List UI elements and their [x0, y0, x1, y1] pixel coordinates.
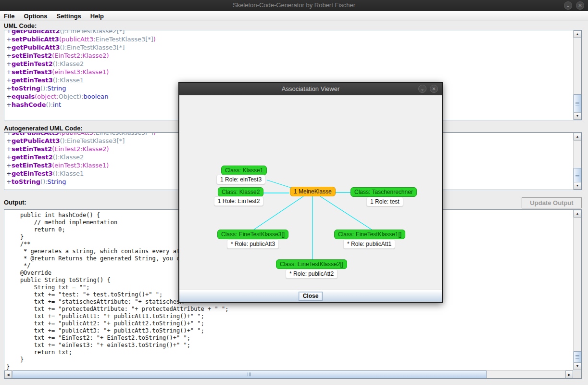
- main-class-node[interactable]: 1 MeineKlasse: [290, 187, 336, 196]
- class-node[interactable]: Class: EineTestKlasse3[]: [217, 230, 288, 239]
- code-token: toString: [12, 85, 40, 92]
- code-token: ):: [79, 93, 83, 100]
- code-token: +: [6, 36, 12, 43]
- code-token: (EinTest2:Klasse2): [52, 145, 109, 153]
- scroll-up-icon[interactable]: ▲: [574, 210, 581, 218]
- code-token: (EinTest2:Klasse2): [52, 52, 109, 59]
- auto-vertical-scrollbar[interactable]: ▲ ▼: [573, 133, 581, 190]
- code-token: getEinTest3: [12, 170, 53, 177]
- code-token: setEinTest2: [12, 145, 52, 153]
- menu-options[interactable]: Options: [24, 13, 52, 20]
- role-node[interactable]: * Role: publicAtt1: [343, 239, 395, 249]
- code-token: getEinTest2: [12, 60, 53, 67]
- code-token: +: [6, 85, 12, 92]
- class-node[interactable]: Class: Klasse1: [221, 166, 267, 175]
- output-vscroll-thumb[interactable]: [574, 351, 581, 363]
- code-token: +: [6, 52, 12, 59]
- code-token: hashCode: [12, 101, 46, 108]
- code-token: ():: [60, 137, 67, 144]
- uml-scroll-thumb[interactable]: [574, 94, 581, 114]
- role-node[interactable]: * Role: publicAtt2: [286, 269, 338, 279]
- code-line: +getEinTest2():Klasse2: [6, 60, 572, 68]
- code-token: EineTestKlasse3[*]: [67, 44, 125, 51]
- code-token: +: [6, 68, 12, 76]
- dialog-close-button[interactable]: ✕: [430, 85, 438, 93]
- code-token: +: [6, 30, 12, 35]
- output-code-line: txt += "einTest3: "+ einTest3.toString()…: [6, 342, 572, 349]
- code-line: +getPublicAtt2():EineTestKlasse2[*]: [6, 30, 572, 35]
- scroll-down-icon[interactable]: ▼: [574, 362, 581, 370]
- role-node[interactable]: 1 Role: test: [366, 197, 403, 206]
- scroll-down-icon[interactable]: ▼: [574, 182, 581, 190]
- code-token: +: [6, 145, 12, 153]
- uml-vertical-scrollbar[interactable]: ▲ ▼: [573, 30, 581, 120]
- code-token: ():: [53, 77, 60, 84]
- menu-settings[interactable]: Settings: [57, 13, 87, 20]
- code-token: +: [6, 77, 12, 84]
- window-close-button[interactable]: ✕: [576, 1, 584, 10]
- auto-scroll-thumb[interactable]: [574, 168, 581, 183]
- scroll-up-icon[interactable]: ▲: [574, 133, 581, 141]
- code-token: equals: [12, 93, 35, 100]
- code-token: setEinTest3: [12, 68, 52, 76]
- code-token: getPublicAtt2: [12, 30, 60, 35]
- code-token: (publicAtt3:: [59, 132, 96, 136]
- code-line: +getPublicAtt3():EineTestKlasse3[*]: [6, 43, 572, 51]
- code-token: +: [6, 93, 12, 100]
- output-code-line: }: [6, 363, 572, 370]
- code-token: setEinTest3: [12, 162, 52, 169]
- code-token: Klasse2: [60, 60, 84, 67]
- update-output-button[interactable]: Update Output: [522, 197, 582, 208]
- code-token: +: [6, 154, 12, 161]
- scroll-up-icon[interactable]: ▲: [574, 30, 581, 38]
- code-token: (object:: [35, 93, 59, 100]
- dialog-shade-button[interactable]: ⌄: [418, 85, 426, 93]
- window-shade-button[interactable]: ⌄: [564, 1, 572, 10]
- code-token: setPublicAtt3: [12, 36, 59, 43]
- window-titlebar: Skeleton-Code-Generator by Robert Fische…: [0, 0, 588, 11]
- output-horizontal-scrollbar[interactable]: ◀ ▶: [4, 370, 573, 378]
- uml-code-label: UML Code:: [4, 22, 37, 29]
- output-vertical-scrollbar[interactable]: ▲ ▼: [573, 210, 581, 370]
- class-node[interactable]: Class: Klasse2: [218, 187, 263, 197]
- menu-help[interactable]: Help: [90, 13, 109, 20]
- code-token: setEinTest2: [12, 52, 52, 59]
- class-node[interactable]: Class: Taschenrechner: [350, 187, 417, 197]
- code-token: getEinTest3: [12, 77, 53, 84]
- code-token: Klasse1: [60, 77, 84, 84]
- class-node[interactable]: Class: EineTestKlasse1[]: [334, 230, 405, 239]
- menu-file[interactable]: File: [4, 13, 20, 20]
- code-token: EineTestKlasse3[*]: [96, 36, 153, 43]
- dialog-button-strip: Close: [179, 290, 442, 302]
- output-code-line: }: [6, 356, 572, 363]
- close-button[interactable]: Close: [299, 292, 323, 301]
- code-token: String: [48, 178, 66, 185]
- output-label: Output:: [4, 199, 26, 206]
- dialog-titlebar[interactable]: Associatation Viewer ⌄ ✕: [179, 83, 442, 95]
- code-token: Object: [59, 93, 79, 100]
- scrollbar-corner: [573, 370, 581, 378]
- role-node[interactable]: * Role: publicAtt3: [227, 239, 279, 249]
- code-token: EineTestKlasse3[*]: [96, 132, 153, 136]
- output-code-line: return txt;: [6, 349, 572, 356]
- scroll-right-icon[interactable]: ▶: [565, 371, 573, 378]
- output-code-line: txt += "protectedAttribute: "+ protected…: [6, 306, 572, 313]
- code-line: +setEinTest2(EinTest2:Klasse2): [6, 51, 572, 60]
- window-title: Skeleton-Code-Generator by Robert Fische…: [0, 1, 588, 9]
- code-token: ():: [40, 178, 48, 185]
- code-token: getEinTest2: [12, 154, 53, 161]
- code-line: +setEinTest3(einTest3:Klasse1): [6, 68, 572, 76]
- code-token: (publicAtt3:: [59, 36, 96, 43]
- output-hscroll-thumb[interactable]: [13, 371, 487, 378]
- output-code-line: txt += "publicAtt2: "+ publicAtt2.toStri…: [6, 320, 572, 327]
- code-token: ): [153, 36, 156, 43]
- class-node[interactable]: Class: EineTestKlasse2[]: [276, 259, 347, 269]
- scroll-down-icon[interactable]: ▼: [574, 112, 581, 120]
- code-token: int: [53, 101, 61, 108]
- scroll-left-icon[interactable]: ◀: [4, 371, 12, 378]
- role-node[interactable]: 1 Role: EinTest2: [214, 196, 263, 206]
- code-token: Klasse1: [60, 170, 84, 177]
- role-node[interactable]: 1 Role: einTest3: [216, 175, 265, 184]
- code-token: +: [6, 162, 12, 169]
- association-diagram: Class: Klasse11 Role: einTest3Class: Kla…: [179, 95, 442, 290]
